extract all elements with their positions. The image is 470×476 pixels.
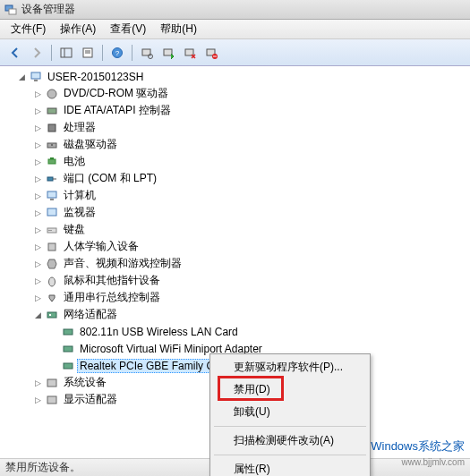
svg-point-34 (49, 277, 56, 286)
properties-button[interactable] (78, 43, 98, 63)
expand-icon[interactable]: ▷ (32, 293, 43, 302)
expand-icon[interactable]: ▷ (32, 89, 43, 98)
tree-device-label: 802.11n USB Wireless LAN Card (77, 325, 241, 339)
tree-device[interactable]: 802.11n USB Wireless LAN Card (0, 323, 470, 340)
cm-update-driver[interactable]: 更新驱动程序软件(P)... (212, 356, 368, 378)
svg-rect-16 (31, 72, 40, 79)
tree-category[interactable]: ▷IDE ATA/ATAPI 控制器 (0, 102, 470, 119)
tree-category-label: 系统设备 (61, 374, 109, 391)
menu-file[interactable]: 文件(F) (4, 20, 53, 38)
cm-scan-hardware[interactable]: 扫描检测硬件改动(A) (212, 429, 368, 452)
app-icon (4, 3, 18, 17)
expand-icon[interactable]: ▷ (32, 208, 43, 217)
uninstall-button[interactable] (201, 43, 221, 63)
tree-category-label: 端口 (COM 和 LPT) (61, 170, 159, 187)
tree-category[interactable]: ▷计算机 (0, 187, 470, 204)
expand-icon[interactable]: ▷ (32, 123, 43, 132)
svg-point-18 (47, 89, 56, 98)
svg-rect-11 (164, 49, 172, 55)
network-adapter-icon (45, 308, 59, 322)
tree-category[interactable]: ▷键盘 (0, 221, 470, 238)
back-button[interactable] (5, 43, 25, 63)
device-category-icon (45, 257, 59, 271)
device-category-icon (45, 172, 59, 186)
tree-category-label: 监视器 (61, 204, 98, 221)
scan-hardware-button[interactable] (137, 43, 157, 63)
forward-button[interactable] (27, 43, 47, 63)
tree-root-label: USER-20150123SH (45, 70, 146, 84)
svg-rect-39 (64, 363, 73, 369)
tree-category[interactable]: ▷通用串行总线控制器 (0, 289, 470, 306)
tree-category[interactable]: ▷磁盘驱动器 (0, 136, 470, 153)
network-adapter-icon (61, 325, 75, 339)
tree-category[interactable]: ▷处理器 (0, 119, 470, 136)
disable-device-button[interactable] (180, 43, 200, 63)
toolbar: ? (0, 39, 470, 66)
device-category-icon (45, 138, 59, 152)
tree-category-label: 声音、视频和游戏控制器 (61, 255, 184, 272)
network-adapter-icon (61, 359, 75, 373)
expand-icon[interactable]: ▷ (32, 259, 43, 268)
tree-category[interactable]: ▷DVD/CD-ROM 驱动器 (0, 85, 470, 102)
help-button[interactable]: ? (107, 43, 127, 63)
device-category-icon (45, 189, 59, 203)
expand-icon[interactable]: ▷ (32, 276, 43, 285)
cm-disable[interactable]: 禁用(D) (212, 378, 368, 401)
collapse-icon[interactable]: ◢ (16, 72, 27, 81)
tree-category-network[interactable]: ◢ 网络适配器 (0, 306, 470, 323)
tree-category-label: DVD/CD-ROM 驱动器 (61, 85, 171, 102)
menu-help[interactable]: 帮助(H) (153, 20, 204, 38)
menubar: 文件(F) 操作(A) 查看(V) 帮助(H) (0, 20, 470, 39)
svg-rect-28 (50, 199, 54, 200)
svg-rect-17 (34, 80, 38, 81)
tree-category[interactable]: ▷人体学输入设备 (0, 238, 470, 255)
expand-icon[interactable]: ▷ (32, 140, 43, 149)
device-category-icon (45, 121, 59, 135)
menu-view[interactable]: 查看(V) (103, 20, 153, 38)
expand-icon[interactable]: ▷ (32, 242, 43, 251)
window-title: 设备管理器 (21, 2, 75, 17)
tree-root[interactable]: ◢ USER-20150123SH (0, 68, 470, 85)
svg-rect-20 (48, 124, 56, 132)
computer-icon (29, 70, 43, 84)
expand-icon[interactable]: ▷ (32, 395, 43, 404)
tree-category-label: 显示适配器 (61, 391, 120, 408)
device-category-icon (45, 376, 59, 390)
device-category-icon (45, 104, 59, 118)
device-category-icon (45, 87, 59, 101)
svg-rect-41 (47, 396, 56, 404)
expand-icon[interactable]: ▷ (32, 225, 43, 234)
expand-icon[interactable]: ▷ (32, 191, 43, 200)
menu-action[interactable]: 操作(A) (53, 20, 103, 38)
tree-category[interactable]: ▷端口 (COM 和 LPT) (0, 170, 470, 187)
tree-category-label: 人体学输入设备 (61, 238, 141, 255)
svg-rect-25 (47, 177, 53, 181)
tree-category[interactable]: ▷电池 (0, 153, 470, 170)
toolbar-separator (102, 45, 103, 61)
svg-rect-19 (47, 108, 56, 114)
tree-category-label: 通用串行总线控制器 (61, 289, 163, 306)
cm-separator (214, 426, 366, 427)
expand-icon[interactable]: ▷ (32, 106, 43, 115)
device-category-icon (45, 223, 59, 237)
tree-category-label: IDE ATA/ATAPI 控制器 (61, 102, 174, 119)
tree-category[interactable]: ▷声音、视频和游戏控制器 (0, 255, 470, 272)
tree-category-label: 计算机 (61, 187, 98, 204)
tree-category[interactable]: ▷监视器 (0, 204, 470, 221)
expand-icon[interactable]: ▷ (32, 157, 43, 166)
update-driver-button[interactable] (158, 43, 178, 63)
svg-rect-2 (61, 48, 72, 57)
device-category-icon (45, 393, 59, 407)
tree-category[interactable]: ▷鼠标和其他指针设备 (0, 272, 470, 289)
cm-uninstall[interactable]: 卸载(U) (212, 401, 368, 423)
collapse-icon[interactable]: ◢ (32, 310, 43, 319)
expand-icon[interactable]: ▷ (32, 174, 43, 183)
expand-icon[interactable]: ▷ (32, 378, 43, 387)
device-category-icon (45, 240, 59, 254)
watermark-text: Windows系统之家 (371, 438, 465, 455)
svg-rect-27 (47, 191, 56, 198)
svg-rect-23 (48, 159, 56, 164)
cm-properties[interactable]: 属性(R) (212, 458, 368, 476)
show-hide-pane-button[interactable] (56, 43, 76, 63)
tree-category-label: 键盘 (61, 221, 88, 238)
